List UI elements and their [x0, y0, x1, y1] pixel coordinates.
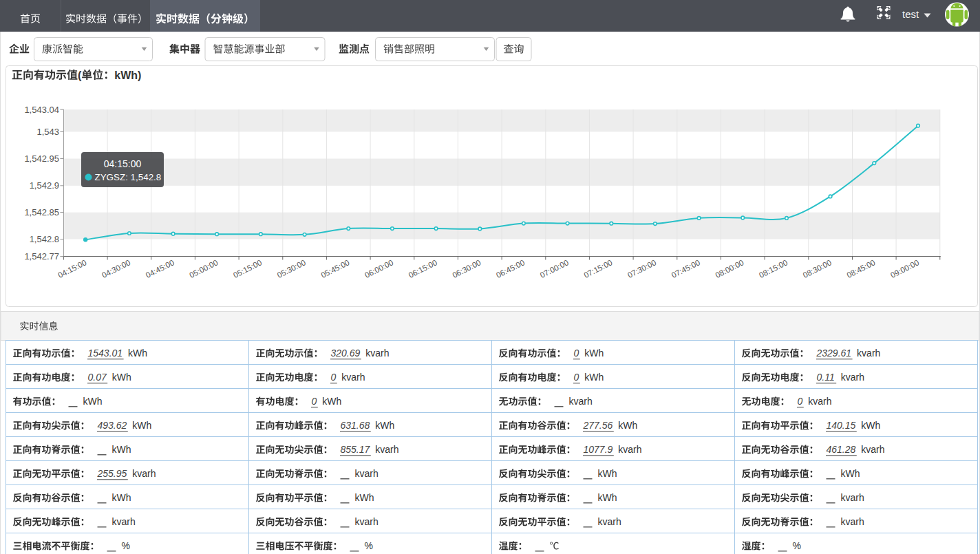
svg-text:255.95: 255.95	[97, 468, 127, 479]
svg-text:kvarh: kvarh	[375, 444, 398, 455]
svg-text:kWh: kWh	[861, 420, 880, 431]
svg-text:0.11: 0.11	[817, 372, 835, 383]
svg-text:1543.01: 1543.01	[88, 348, 123, 359]
svg-text:1,542.9: 1,542.9	[30, 180, 59, 191]
svg-text:kWh: kWh	[598, 492, 617, 503]
svg-text:kWh: kWh	[322, 396, 341, 407]
svg-text:kWh: kWh	[584, 348, 604, 359]
svg-text:kvarh: kvarh	[841, 372, 864, 383]
svg-text:%: %	[365, 540, 373, 551]
svg-text:1,543.04: 1,543.04	[24, 105, 59, 115]
svg-text:kvarh: kvarh	[341, 372, 365, 383]
svg-text:1,542.95: 1,542.95	[24, 153, 59, 164]
svg-text:kvarh: kvarh	[861, 444, 884, 455]
svg-text:493.62: 493.62	[98, 420, 127, 431]
svg-text:kvarh: kvarh	[841, 492, 864, 503]
svg-text:0.07: 0.07	[88, 372, 107, 383]
svg-text:2329.61: 2329.61	[816, 348, 852, 359]
svg-text:kvarh: kvarh	[365, 348, 389, 359]
svg-text:kvarh: kvarh	[132, 468, 156, 479]
svg-text:%: %	[793, 540, 801, 551]
svg-text:kWh: kWh	[132, 420, 151, 431]
svg-text:kvarh: kvarh	[808, 396, 831, 407]
svg-text:631.68: 631.68	[341, 420, 370, 431]
svg-text:320.69: 320.69	[331, 348, 361, 359]
svg-text:1,543: 1,543	[36, 127, 59, 137]
svg-text:kvarh: kvarh	[355, 516, 379, 527]
svg-text:kWh: kWh	[355, 492, 374, 503]
svg-text:kvarh: kvarh	[355, 468, 379, 479]
svg-text:1077.9: 1077.9	[584, 444, 613, 455]
svg-text:kWh: kWh	[128, 348, 147, 359]
svg-text:0: 0	[574, 348, 579, 359]
svg-text:140.15: 140.15	[827, 420, 856, 431]
svg-text:1,542.85: 1,542.85	[24, 207, 59, 217]
svg-text:855.17: 855.17	[341, 444, 371, 455]
svg-text:test: test	[902, 8, 919, 20]
svg-text:461.28: 461.28	[827, 444, 856, 455]
svg-text:kWh: kWh	[375, 420, 394, 431]
svg-text:kvarh: kvarh	[598, 516, 621, 527]
svg-text:0: 0	[312, 396, 317, 407]
svg-text:kvarh: kvarh	[857, 348, 880, 359]
svg-text:kvarh: kvarh	[569, 396, 593, 407]
svg-text:kvarh: kvarh	[618, 444, 641, 455]
svg-text:kWh): kWh)	[114, 70, 141, 81]
svg-text:kWh: kWh	[83, 396, 103, 407]
svg-text:277.56: 277.56	[583, 420, 613, 431]
svg-text:1,542.77: 1,542.77	[24, 251, 59, 262]
svg-text:0: 0	[331, 372, 337, 383]
svg-text:kWh: kWh	[598, 468, 617, 479]
svg-text:0: 0	[574, 372, 579, 383]
svg-text:(: (	[78, 70, 82, 81]
svg-text:kWh: kWh	[112, 444, 131, 455]
svg-text:0: 0	[798, 396, 803, 407]
svg-text:kWh: kWh	[112, 372, 131, 383]
svg-text:kWh: kWh	[112, 492, 131, 503]
svg-text:kWh: kWh	[841, 468, 860, 479]
svg-text:1,542.8: 1,542.8	[30, 234, 59, 244]
svg-text:kvarh: kvarh	[841, 516, 864, 527]
svg-text:04:15:00: 04:15:00	[104, 158, 142, 169]
svg-text:%: %	[122, 540, 130, 551]
svg-text:kvarh: kvarh	[112, 516, 136, 527]
svg-text:kWh: kWh	[584, 372, 604, 383]
svg-text:kWh: kWh	[618, 420, 637, 431]
svg-text:ZYGSZ: 1,542.8: ZYGSZ: 1,542.8	[95, 172, 162, 182]
